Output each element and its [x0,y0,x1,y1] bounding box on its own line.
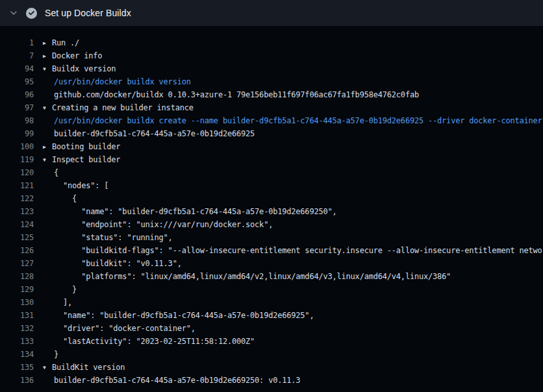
log-line: 121 "nodes": [ [0,179,543,192]
log-line: 134} [0,348,543,361]
output-text: { [34,166,58,179]
line-number[interactable]: 98 [0,114,34,127]
group-header[interactable]: ▶Run ./ [34,36,79,49]
group-title[interactable]: Buildx version [52,64,116,73]
check-circle-icon [26,8,37,19]
line-number[interactable]: 132 [0,322,34,335]
log-line: 97▼Creating a new builder instance [0,101,543,114]
group-header[interactable]: ▶Docker info [34,49,102,62]
log-line: 124 "endpoint": "unix:///var/run/docker.… [0,218,543,231]
output-text: "buildkit": "v0.11.3", [34,257,182,270]
log-line: 96github.com/docker/buildx 0.10.3+azure-… [0,88,543,101]
output-text: } [34,283,77,296]
output-text: "nodes": [ [34,179,108,192]
group-expand-icon[interactable]: ▶ [43,50,52,62]
log-line: 100▶Booting builder [0,140,543,153]
group-collapse-icon[interactable]: ▼ [43,154,52,166]
line-number[interactable]: 133 [0,335,34,348]
group-expand-icon[interactable]: ▶ [43,141,52,153]
line-number[interactable]: 119 [0,153,34,166]
output-text: builder-d9cfb5a1-c764-445a-a57e-0b19d2e6… [34,374,300,387]
log-line: 125 "status": "running", [0,231,543,244]
actions-step-panel: Set up Docker Buildx 1▶Run ./7▶Docker in… [0,0,543,392]
output-text: "driver": "docker-container", [34,322,196,335]
line-number[interactable]: 130 [0,296,34,309]
line-number[interactable]: 122 [0,192,34,205]
line-number[interactable]: 124 [0,218,34,231]
log-line: 126 "buildkitd-flags": "--allow-insecure… [0,244,543,257]
log-line: 128 "platforms": "linux/amd64,linux/amd6… [0,270,543,283]
group-header[interactable]: ▶Booting builder [34,140,120,153]
output-text: "endpoint": "unix:///var/run/docker.sock… [34,218,273,231]
output-text: ], [34,296,72,309]
line-number[interactable]: 121 [0,179,34,192]
log-line: 127 "buildkit": "v0.11.3", [0,257,543,270]
group-title[interactable]: Run ./ [52,38,79,47]
line-number[interactable]: 95 [0,75,34,88]
log-line: 1▶Run ./ [0,36,543,49]
log-line: 98/usr/bin/docker buildx create --name b… [0,114,543,127]
log-line: 129 } [0,283,543,296]
output-text: "status": "running", [34,231,173,244]
log-line: 95/usr/bin/docker buildx version [0,75,543,88]
output-text: "name": "builder-d9cfb5a1-c764-445a-a57e… [34,309,314,322]
output-text: { [34,192,77,205]
output-text: "platforms": "linux/amd64,linux/amd64/v2… [34,270,451,283]
group-header[interactable]: ▼Creating a new builder instance [34,101,194,114]
line-number[interactable]: 127 [0,257,34,270]
group-title[interactable]: Inspect builder [52,155,120,164]
line-number[interactable]: 99 [0,127,34,140]
group-title[interactable]: Creating a new builder instance [52,103,194,112]
log-line: 119▼Inspect builder [0,153,543,166]
output-text: github.com/docker/buildx 0.10.3+azure-1 … [34,88,419,101]
group-collapse-icon[interactable]: ▼ [43,361,52,374]
output-text: "buildkitd-flags": "--allow-insecure-ent… [34,244,543,257]
group-title[interactable]: BuildKit version [52,363,125,372]
output-text: "name": "builder-d9cfb5a1-c764-445a-a57e… [34,205,337,218]
line-number[interactable]: 100 [0,140,34,153]
log-line: 136builder-d9cfb5a1-c764-445a-a57e-0b19d… [0,374,543,387]
line-number[interactable]: 120 [0,166,34,179]
group-header[interactable]: ▼BuildKit version [34,361,125,374]
line-number[interactable]: 96 [0,88,34,101]
step-header[interactable]: Set up Docker Buildx [0,0,543,26]
log-line: 94▼Buildx version [0,62,543,75]
log-line: 7▶Docker info [0,49,543,62]
log-container: 1▶Run ./7▶Docker info94▼Buildx version95… [0,26,543,387]
line-number[interactable]: 97 [0,101,34,114]
log-line: 120{ [0,166,543,179]
group-header[interactable]: ▼Inspect builder [34,153,120,166]
line-number[interactable]: 128 [0,270,34,283]
group-header[interactable]: ▼Buildx version [34,62,116,75]
line-number[interactable]: 129 [0,283,34,296]
output-text: } [34,348,58,361]
output-text: builder-d9cfb5a1-c764-445a-a57e-0b19d2e6… [34,127,255,140]
group-collapse-icon[interactable]: ▼ [43,102,52,114]
command-text: /usr/bin/docker buildx create --name bui… [34,114,543,127]
line-number[interactable]: 131 [0,309,34,322]
log-line: 122 { [0,192,543,205]
line-number[interactable]: 126 [0,244,34,257]
line-number[interactable]: 1 [0,36,34,49]
line-number[interactable]: 7 [0,49,34,62]
line-number[interactable]: 123 [0,205,34,218]
step-title: Set up Docker Buildx [45,8,131,18]
log-line: 133 "lastActivity": "2023-02-25T11:58:12… [0,335,543,348]
line-number[interactable]: 125 [0,231,34,244]
group-title[interactable]: Docker info [52,51,102,60]
chevron-down-icon[interactable] [9,8,18,18]
line-number[interactable]: 136 [0,374,34,387]
log-line: 99builder-d9cfb5a1-c764-445a-a57e-0b19d2… [0,127,543,140]
log-line: 123 "name": "builder-d9cfb5a1-c764-445a-… [0,205,543,218]
log-line: 131 "name": "builder-d9cfb5a1-c764-445a-… [0,309,543,322]
group-title[interactable]: Booting builder [52,142,120,151]
line-number[interactable]: 94 [0,62,34,75]
log-line: 132 "driver": "docker-container", [0,322,543,335]
output-text: "lastActivity": "2023-02-25T11:58:12.000… [34,335,255,348]
line-number[interactable]: 135 [0,361,34,374]
log-line: 135▼BuildKit version [0,361,543,374]
group-collapse-icon[interactable]: ▼ [43,63,52,75]
command-text: /usr/bin/docker buildx version [34,75,191,88]
line-number[interactable]: 134 [0,348,34,361]
group-expand-icon[interactable]: ▶ [43,37,52,49]
